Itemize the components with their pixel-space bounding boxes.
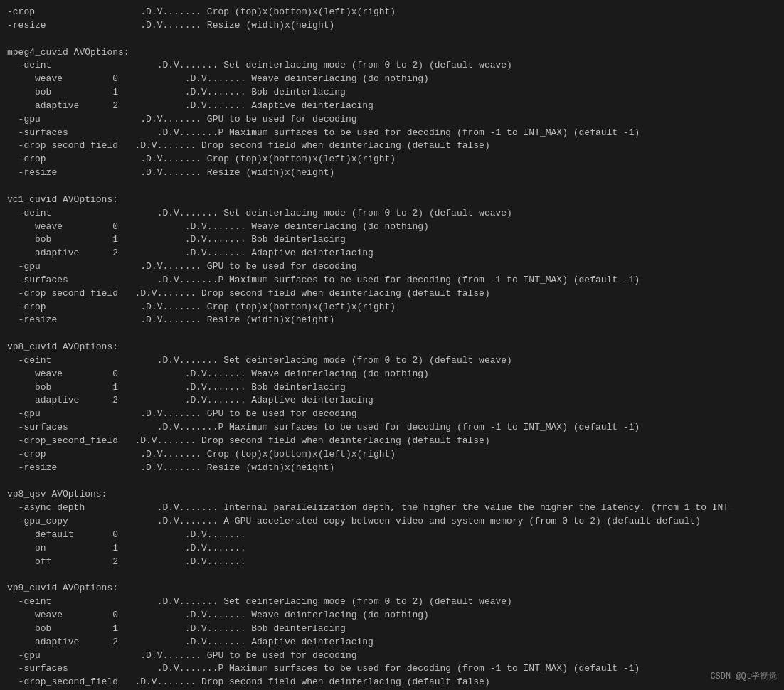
terminal-line: adaptive 2 .D.V....... Adaptive deinterl…	[7, 636, 777, 649]
terminal-line: -resize .D.V....... Resize (width)x(heig…	[7, 166, 777, 180]
terminal-line: -deint .D.V....... Set deinterlacing mod…	[7, 59, 777, 73]
terminal-line: adaptive 2 .D.V....... Adaptive deinterl…	[7, 100, 777, 113]
terminal-line: -drop_second_field .D.V....... Drop seco…	[7, 676, 777, 689]
terminal-line: -crop .D.V....... Crop (top)x(bottom)x(l…	[7, 6, 777, 19]
terminal-line: -drop_second_field .D.V....... Drop seco…	[7, 435, 777, 448]
terminal-line: -drop_second_field .D.V....... Drop seco…	[7, 287, 777, 301]
terminal-line	[7, 180, 777, 193]
terminal-line: -drop_second_field .D.V....... Drop seco…	[7, 139, 777, 153]
terminal-line: bob 1 .D.V....... Bob deinterlacing	[7, 233, 777, 247]
terminal-line: -crop .D.V....... Crop (top)x(bottom)x(l…	[7, 153, 777, 166]
terminal-line: -surfaces .D.V.......P Maximum surfaces …	[7, 274, 777, 287]
terminal-line: -surfaces .D.V.......P Maximum surfaces …	[7, 421, 777, 435]
terminal-line: -async_depth .D.V....... Internal parall…	[7, 501, 777, 515]
terminal-line: -deint .D.V....... Set deinterlacing mod…	[7, 595, 777, 609]
terminal-line	[7, 327, 777, 341]
terminal-line: -gpu .D.V....... GPU to be used for deco…	[7, 408, 777, 421]
terminal-line: off 2 .D.V.......	[7, 556, 777, 569]
terminal-line: adaptive 2 .D.V....... Adaptive deinterl…	[7, 394, 777, 408]
terminal-line: default 0 .D.V.......	[7, 529, 777, 542]
terminal-line: -surfaces .D.V.......P Maximum surfaces …	[7, 127, 777, 140]
terminal-line: vp9_cuvid AVOptions:	[7, 582, 777, 595]
terminal-line: vp8_qsv AVOptions:	[7, 488, 777, 501]
terminal-line: -resize .D.V....... Resize (width)x(heig…	[7, 314, 777, 327]
terminal-line: weave 0 .D.V....... Weave deinterlacing …	[7, 609, 777, 622]
terminal-line: on 1 .D.V.......	[7, 542, 777, 556]
terminal-line: weave 0 .D.V....... Weave deinterlacing …	[7, 73, 777, 86]
terminal-line: bob 1 .D.V....... Bob deinterlacing	[7, 381, 777, 395]
terminal-line: bob 1 .D.V....... Bob deinterlacing	[7, 622, 777, 636]
terminal-line: -surfaces .D.V.......P Maximum surfaces …	[7, 662, 777, 676]
watermark-label: CSDN @Qt学视觉	[710, 671, 777, 683]
terminal-line: vc1_cuvid AVOptions:	[7, 193, 777, 207]
terminal-line: vp8_cuvid AVOptions:	[7, 341, 777, 354]
terminal-line	[7, 568, 777, 582]
terminal-line: -crop .D.V....... Crop (top)x(bottom)x(l…	[7, 448, 777, 462]
terminal-line: -gpu .D.V....... GPU to be used for deco…	[7, 649, 777, 663]
terminal-line: -resize .D.V....... Resize (width)x(heig…	[7, 19, 777, 33]
terminal-line: weave 0 .D.V....... Weave deinterlacing …	[7, 221, 777, 234]
terminal-output: -crop .D.V....... Crop (top)x(bottom)x(l…	[7, 6, 777, 690]
terminal-line: bob 1 .D.V....... Bob deinterlacing	[7, 86, 777, 100]
terminal-line	[7, 33, 777, 46]
terminal-line: adaptive 2 .D.V....... Adaptive deinterl…	[7, 247, 777, 260]
terminal-line: -gpu_copy .D.V....... A GPU-accelerated …	[7, 515, 777, 529]
terminal-line: -deint .D.V....... Set deinterlacing mod…	[7, 207, 777, 221]
terminal-line: mpeg4_cuvid AVOptions:	[7, 46, 777, 60]
terminal-line: -gpu .D.V....... GPU to be used for deco…	[7, 260, 777, 274]
terminal-line: -deint .D.V....... Set deinterlacing mod…	[7, 354, 777, 368]
terminal-line	[7, 475, 777, 489]
terminal-line: -gpu .D.V....... GPU to be used for deco…	[7, 113, 777, 127]
terminal-line: weave 0 .D.V....... Weave deinterlacing …	[7, 368, 777, 381]
terminal-line: -crop .D.V....... Crop (top)x(bottom)x(l…	[7, 301, 777, 314]
terminal-line: -resize .D.V....... Resize (width)x(heig…	[7, 462, 777, 475]
